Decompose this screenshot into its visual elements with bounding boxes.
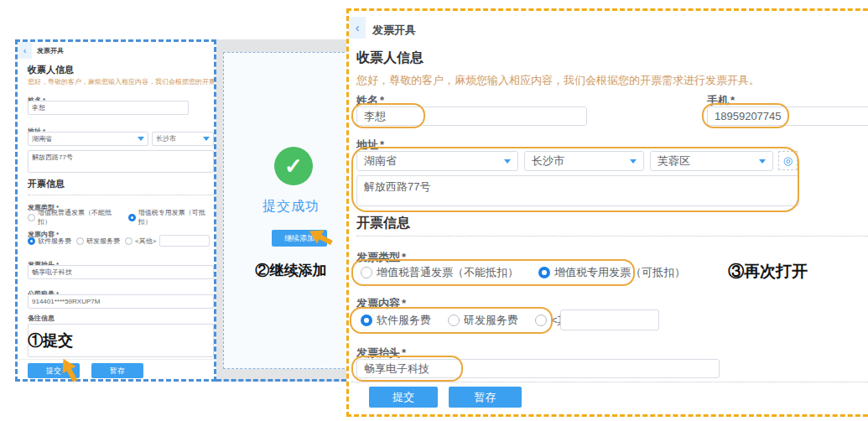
radio-checked-icon — [538, 267, 550, 278]
option-label: 软件服务费 — [377, 313, 431, 328]
option-label: 增值税专用发票（可抵扣） — [138, 208, 216, 226]
invoice-content-option-other[interactable]: <其他> — [125, 236, 156, 246]
remark-label: 备注信息 — [28, 314, 55, 323]
phone-label: 手机 — [707, 94, 729, 107]
recipient-section-heading: 收票人信息 — [356, 49, 424, 67]
annotation-step1: ①提交 — [28, 330, 73, 351]
street-input[interactable]: 解放西路77号 — [356, 175, 799, 206]
required-mark: * — [402, 297, 406, 309]
success-message: 提交成功 — [224, 198, 358, 216]
page-header: ‹ 发票开具 — [18, 42, 214, 59]
city-value: 长沙市 — [532, 153, 564, 169]
invoice-content-option-rd[interactable]: 研发服务费 — [448, 313, 518, 328]
greeting-text: 您好，尊敬的客户，麻烦您输入相应内容，我们会根据您的开票需求进行发票开具。 — [356, 73, 760, 88]
other-content-input[interactable] — [560, 309, 659, 330]
radio-checked-icon — [361, 314, 372, 326]
phone-input[interactable]: 18959207745 — [707, 107, 868, 126]
invoice-content-option-software[interactable]: 软件服务费 — [361, 313, 431, 328]
radio-icon — [125, 237, 133, 245]
required-mark: * — [402, 346, 406, 359]
form-screenshot-panel: ‹ 发票开具 收票人信息 您好，尊敬的客户，麻烦您输入相应内容，我们会根据您的开… — [15, 39, 216, 382]
radio-checked-icon — [128, 214, 136, 221]
option-label: 软件服务费 — [38, 236, 71, 246]
annotation-step2: ②继续添加 — [224, 261, 358, 280]
page-title: 发票开具 — [372, 23, 416, 38]
name-input[interactable]: 李想 — [28, 101, 189, 115]
invoice-title-label: 发票抬头 — [356, 346, 400, 359]
success-check-icon: ✓ — [274, 147, 313, 185]
province-value: 湖南省 — [32, 134, 52, 143]
province-select[interactable]: 湖南省 — [28, 132, 148, 146]
cursor-arrow-icon — [304, 222, 338, 252]
radio-checked-icon — [28, 237, 35, 245]
separator — [351, 382, 868, 382]
city-value: 长沙市 — [156, 134, 176, 143]
invoice-section-heading: 开票信息 — [28, 178, 214, 195]
caret-down-icon — [138, 137, 144, 141]
invoice-type-option-normal[interactable]: 增值税普通发票（不能抵扣） — [361, 265, 518, 280]
save-draft-button[interactable]: 暂存 — [449, 387, 522, 408]
invoice-content-label: 发票内容 — [356, 297, 400, 309]
radio-icon — [76, 237, 84, 245]
invoice-type-option-special[interactable]: 增值税专用发票（可抵扣） — [538, 265, 685, 280]
required-mark: * — [730, 94, 735, 107]
success-dialog: ✓ 提交成功 继续添加 ②继续添加 — [223, 52, 357, 369]
locate-glyph: ◎ — [783, 154, 793, 167]
greeting-text: 您好，尊敬的客户，麻烦您输入相应内容，我们会根据您的开票需求进行发票开具。 — [28, 77, 214, 86]
page-title: 发票开具 — [37, 46, 64, 55]
caret-down-icon — [759, 159, 766, 164]
district-select[interactable]: 芙蓉区 — [650, 151, 773, 171]
province-select[interactable]: 湖南省 — [356, 151, 518, 171]
radio-icon — [28, 214, 35, 221]
invoice-type-option-special[interactable]: 增值税专用发票（可抵扣） — [128, 208, 216, 226]
separator — [356, 236, 868, 236]
invoice-content-option-rd[interactable]: 研发服务费 — [76, 236, 120, 246]
city-select[interactable]: 长沙市 — [152, 132, 214, 146]
tax-no-input[interactable]: 914401****59RXUP7M — [28, 294, 214, 309]
back-icon[interactable]: ‹ — [18, 42, 32, 59]
caret-down-icon — [630, 159, 637, 164]
radio-icon — [535, 314, 547, 326]
name-label: 姓名 — [356, 94, 378, 107]
recipient-section-heading: 收票人信息 — [28, 64, 74, 76]
annotation-step3: ③再次打开 — [728, 261, 808, 283]
invoice-title-input[interactable]: 畅享电子科技 — [356, 359, 720, 378]
invoice-type-label: 发票类型 — [356, 251, 400, 263]
required-mark: * — [380, 94, 384, 107]
invoice-content-option-software[interactable]: 软件服务费 — [28, 236, 71, 246]
street-input[interactable]: 解放西路77号 — [28, 150, 214, 173]
required-mark: * — [380, 138, 384, 151]
option-label: 研发服务费 — [86, 236, 120, 246]
invoice-type-option-normal[interactable]: 增值税普通发票（不能抵扣） — [28, 208, 122, 226]
option-label: 研发服务费 — [464, 313, 518, 328]
district-value: 芙蓉区 — [657, 153, 690, 169]
check-glyph: ✓ — [284, 153, 303, 179]
option-label: <其他> — [135, 236, 156, 246]
option-label: 增值税普通发票（不能抵扣） — [377, 265, 518, 280]
caret-down-icon — [203, 137, 210, 141]
other-content-input[interactable] — [159, 235, 210, 247]
locate-icon[interactable]: ◎ — [778, 151, 798, 170]
page-backdrop: ✓ 提交成功 继续添加 ②继续添加 — [216, 39, 346, 382]
invoice-section-heading: 开票信息 — [356, 215, 410, 232]
radio-icon — [361, 267, 372, 278]
reopened-form-panel: ‹ 发票开具 收票人信息 您好，尊敬的客户，麻烦您输入相应内容，我们会根据您的开… — [346, 8, 868, 417]
option-label: 增值税专用发票（可抵扣） — [554, 265, 685, 280]
separator — [18, 359, 214, 360]
address-label: 地址 — [356, 138, 378, 151]
back-icon[interactable]: ‹ — [349, 17, 366, 39]
city-select[interactable]: 长沙市 — [524, 151, 644, 171]
province-value: 湖南省 — [364, 153, 397, 169]
submit-button[interactable]: 提交 — [369, 387, 438, 408]
name-input[interactable]: 李想 — [356, 107, 587, 126]
radio-icon — [448, 314, 460, 326]
required-mark: * — [402, 251, 406, 263]
save-draft-button[interactable]: 暂存 — [91, 363, 143, 378]
caret-down-icon — [504, 159, 511, 164]
option-label: 增值税普通发票（不能抵扣） — [38, 208, 122, 226]
invoice-title-input[interactable]: 畅享电子科技 — [28, 265, 214, 279]
